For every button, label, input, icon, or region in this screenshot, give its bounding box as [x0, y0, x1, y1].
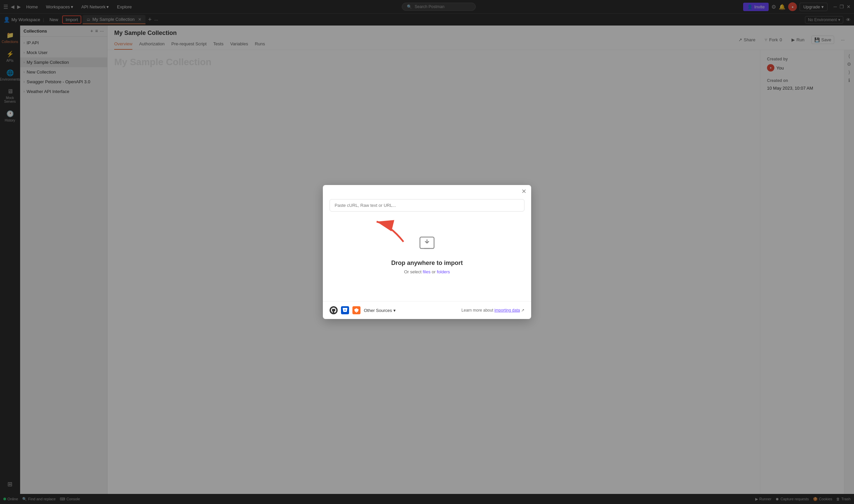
modal-body: Drop anywhere to import Or select files …: [323, 194, 531, 301]
drop-icon: [419, 235, 435, 255]
folders-link[interactable]: folders: [437, 269, 450, 274]
url-input[interactable]: [330, 199, 524, 212]
gitlab-icon[interactable]: [352, 306, 360, 314]
drop-area[interactable]: Drop anywhere to import Or select files …: [330, 215, 524, 294]
other-sources-chevron-icon: ▾: [393, 308, 396, 313]
github-icon[interactable]: [330, 306, 338, 314]
modal-header: ✕: [323, 185, 531, 194]
import-modal: ✕: [323, 185, 531, 319]
files-link[interactable]: files: [423, 269, 430, 274]
source-icons: Other Sources ▾: [330, 306, 396, 314]
bitbucket-icon[interactable]: [341, 306, 349, 314]
drop-title: Drop anywhere to import: [391, 259, 463, 267]
other-sources-button[interactable]: Other Sources ▾: [364, 308, 396, 313]
modal-overlay[interactable]: ✕: [0, 0, 854, 504]
drop-subtitle: Or select files or folders: [404, 269, 450, 274]
footer-right: Learn more about importing data ↗: [462, 308, 524, 312]
importing-data-link[interactable]: importing data: [495, 308, 520, 312]
red-arrow: [370, 218, 410, 246]
modal-footer: Other Sources ▾ Learn more about importi…: [323, 301, 531, 319]
modal-close-button[interactable]: ✕: [521, 188, 527, 194]
